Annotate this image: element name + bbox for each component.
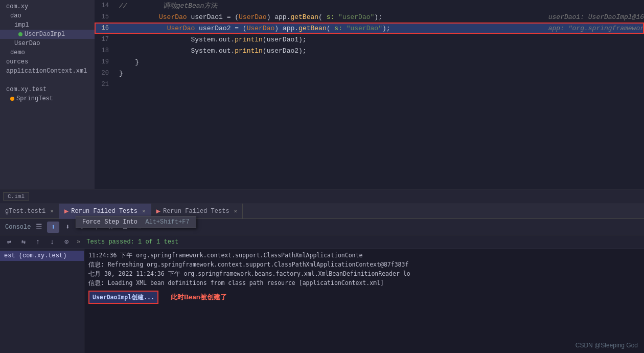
output-text: 信息: Loading XML bean definitions from cl… [88, 279, 384, 286]
class-icon-orange [10, 97, 14, 101]
output-text: 七月 30, 2022 11:24:36 下午 org.springframew… [88, 270, 410, 277]
run-icon: ▶ [156, 207, 160, 215]
toolbar-btn-arrow-down[interactable]: ↓ [46, 236, 58, 248]
console-left: est (com.xy.test) [0, 249, 84, 353]
console-output: 11:24:36 下午 org.springframework.context.… [84, 249, 644, 353]
hint-text-15: userDao1: UserDaoImpl@16 [538, 13, 644, 21]
main-container: com.xy dao impl UserDaoImpl UserDao demo [0, 0, 644, 353]
sidebar-item-comxytest[interactable]: com.xy.test [0, 85, 95, 94]
line-number: 20 [95, 70, 115, 77]
toolbar-btn-clock[interactable]: ⊙ [60, 236, 73, 248]
sidebar-item-appcontext[interactable]: applicationContext.xml [0, 67, 95, 76]
tooltip-popup: Force Step Into Alt+Shift+F7 [76, 216, 196, 228]
class-icon-green [18, 32, 22, 36]
output-line-4: 信息: Loading XML bean definitions from cl… [88, 278, 640, 288]
toolbar-btn-down[interactable]: ⬇ [61, 222, 74, 233]
output-text: 信息: Refreshing org.springframework.conte… [88, 261, 408, 268]
output-line-1: 11:24:36 下午 org.springframework.context.… [88, 251, 640, 260]
sidebar-label: com.xy [6, 3, 28, 10]
tab-label: Rerun Failed Tests [71, 208, 137, 215]
line-number: 14 [95, 2, 115, 9]
console-area: est (com.xy.test) 11:24:36 下午 org.spring… [0, 249, 644, 353]
sidebar-item-ources[interactable]: ources [0, 57, 95, 67]
test-label: est (com.xy.test) [4, 252, 66, 259]
sidebar-item-demo[interactable]: demo [0, 48, 95, 57]
sidebar-item-userdao[interactable]: UserDao [0, 39, 95, 48]
toolbar-btn-align[interactable]: ⇌ [3, 236, 15, 248]
toolbar-row2: ⇌ ⇆ ↑ ↓ ⊙ » Tests passed: 1 of 1 test [0, 235, 644, 249]
code-line-20: 20 } [95, 68, 644, 79]
toolbar-btn-step-into[interactable]: ⬆ [47, 222, 59, 233]
toolbar-btn-menu[interactable]: ☰ [33, 222, 45, 233]
sidebar-label: com.xy.test [6, 86, 47, 93]
run-icon: ▶ [64, 207, 68, 215]
console-label: Console [5, 224, 31, 231]
close-icon[interactable]: ✕ [234, 208, 238, 214]
output-highlighted-text: UserDaoImpl创建... [88, 291, 158, 304]
output-line-2: 信息: Refreshing org.springframework.conte… [88, 260, 640, 269]
output-text: 11:24:36 下午 org.springframework.context.… [88, 252, 362, 259]
sidebar-item-userdaoimpl[interactable]: UserDaoImpl [0, 30, 95, 39]
tab-label: Rerun Failed Tests [163, 208, 229, 215]
tooltip-label: Force Step Into [82, 218, 137, 226]
sidebar-label: demo [6, 49, 25, 56]
output-line-3: 七月 30, 2022 11:24:36 下午 org.springframew… [88, 269, 640, 278]
code-line-19: 19 } [95, 56, 644, 68]
ellipsis: » [77, 238, 80, 246]
line-content: } [115, 58, 644, 66]
sidebar-label: impl [6, 21, 29, 29]
line-number: 21 [95, 81, 115, 88]
code-line-18: 18 System.out.println(userDao2); [95, 45, 644, 56]
sidebar-label: dao [6, 12, 21, 19]
line-number: 17 [95, 36, 115, 43]
sidebar-item-springtest[interactable]: SpringTest [0, 94, 95, 103]
annotation-bean-created: 此时Bean被创建了 [171, 293, 227, 302]
sidebar-label: UserDaoImpl [25, 31, 65, 38]
sidebar-item-comxy[interactable]: com.xy [0, 2, 95, 11]
sidebar-label: UserDao [6, 40, 40, 47]
line-number: 19 [95, 58, 115, 65]
toolbar: Console ☰ ⬆ ⬇ ⬆ ↑ ✕ ⊞ ≡ Force Step Into … [0, 219, 644, 235]
close-icon[interactable]: ✕ [142, 208, 146, 214]
sidebar-label: applicationContext.xml [6, 68, 87, 75]
code-editor: 14 // 调动getBean方法 15 UserDao userDao1 = … [95, 0, 644, 189]
toolbar-btn-arrow-up[interactable]: ↑ [32, 236, 44, 248]
bottom-panel: gTest.test1 ✕ ▶ Rerun Failed Tests ✕ ▶ R… [0, 204, 644, 353]
top-section: com.xy dao impl UserDaoImpl UserDao demo [0, 0, 644, 189]
line-number: 16 [95, 25, 115, 32]
output-text: UserDaoImpl创建... [93, 294, 154, 301]
line-number: 18 [95, 47, 115, 54]
tab-label: gTest.test1 [5, 208, 45, 215]
status-text: Tests passed: 1 of 1 test [86, 238, 178, 246]
toolbar-btn-collapse[interactable]: ⇆ [17, 236, 30, 248]
sidebar-item-dao[interactable]: dao [0, 11, 95, 20]
code-line-21: 21 [95, 79, 644, 90]
tooltip-shortcut: Alt+Shift+F7 [145, 218, 189, 226]
console-left-item[interactable]: est (com.xy.test) [0, 251, 84, 261]
line-content: } [115, 70, 644, 77]
tab-gtest[interactable]: gTest.test1 ✕ [0, 204, 59, 219]
sidebar-label: ources [6, 58, 28, 65]
watermark: CSDN @Sleeping God [576, 342, 638, 349]
line-number: 15 [95, 13, 115, 20]
iml-label: C.iml [3, 192, 29, 201]
sidebar: com.xy dao impl UserDaoImpl UserDao demo [0, 0, 95, 189]
sidebar-item-impl[interactable]: impl [0, 20, 95, 30]
sidebar-separator [0, 76, 95, 85]
iml-row: C.iml [0, 189, 644, 204]
output-highlighted-row: UserDaoImpl创建... 此时Bean被创建了 [88, 290, 640, 305]
close-icon[interactable]: ✕ [50, 208, 54, 214]
sidebar-label: SpringTest [16, 95, 53, 102]
